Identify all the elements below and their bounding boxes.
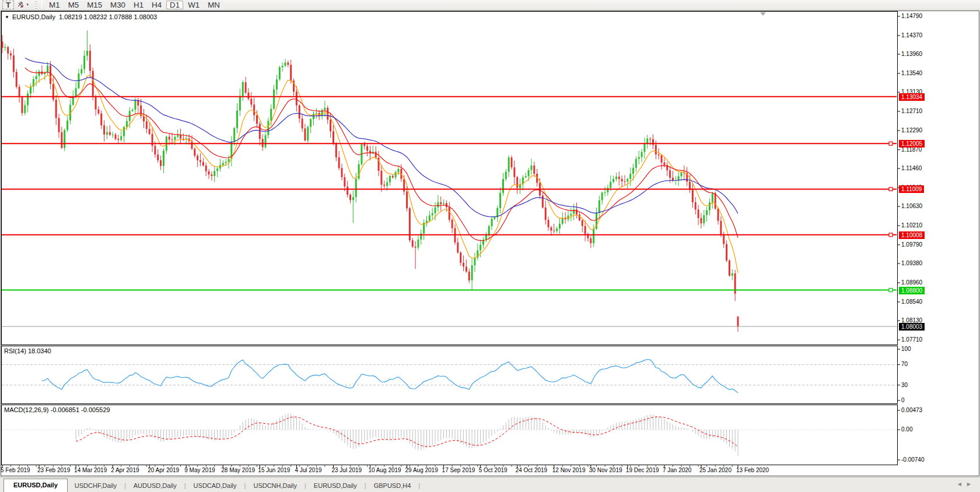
- date-tick: 4 Jul 2019: [295, 467, 321, 473]
- date-tick: 15 Jun 2019: [258, 467, 290, 473]
- date-tick: 19 Dec 2019: [626, 467, 659, 473]
- date-tick: 28 May 2019: [221, 467, 255, 473]
- date-tick: 13 Feb 2020: [736, 467, 769, 473]
- rsi-tick: 0: [901, 397, 905, 403]
- chart-title-ohlc: 1.08219 1.08232 1.07888 1.08003: [59, 13, 157, 20]
- price-tick: 1.12290: [901, 127, 922, 133]
- macd-tick: 0.00: [901, 426, 912, 433]
- timeframe-buttons: M1M5M15M30H1H4D1W1MN: [45, 1, 224, 9]
- toolbar-grip: [35, 1, 37, 9]
- chart-title-symbol: EURUSD,Daily: [12, 13, 55, 20]
- tab-scroll-left-icon[interactable]: ◀: [958, 482, 967, 487]
- macd-tick: -0.00740: [901, 456, 924, 463]
- date-tick: 2 Apr 2019: [111, 467, 139, 473]
- tab-usdcnh-daily[interactable]: USDCNH,Daily: [246, 480, 304, 492]
- date-tick: 5 Feb 2019: [1, 467, 30, 473]
- chart-tabs: EURUSD,DailyUSDCHF,Daily|AUDUSD,Daily|US…: [0, 478, 421, 492]
- date-tick: 12 Nov 2019: [552, 467, 586, 473]
- date-tick: 30 Nov 2019: [589, 467, 622, 473]
- date-tick: 5 Oct 2019: [479, 467, 508, 473]
- timeframe-mn[interactable]: MN: [204, 1, 223, 9]
- price-tick: 1.10210: [901, 222, 922, 229]
- swap-arrows-button[interactable]: ▼: [15, 1, 31, 9]
- window-menu-icon[interactable]: ▼: [5, 15, 9, 20]
- time-axis: 5 Feb 201923 Feb 201914 Mar 20192 Apr 20…: [0, 466, 980, 475]
- price-tick: 1.13960: [901, 51, 922, 57]
- date-tick: 23 Jul 2019: [331, 467, 362, 473]
- timeframe-m5[interactable]: M5: [65, 1, 83, 9]
- rsi-tick: 70: [901, 361, 908, 367]
- date-tick: 9 May 2019: [184, 467, 215, 473]
- level-price-badge: 1.12005: [899, 140, 925, 147]
- price-tick: 1.12710: [901, 108, 922, 114]
- timeframe-h4[interactable]: H4: [148, 1, 165, 9]
- price-tick: 1.13540: [901, 70, 922, 76]
- toolbar-separator: [41, 1, 42, 9]
- rsi-pane[interactable]: [1, 346, 898, 404]
- rsi-tick: 100: [901, 346, 911, 352]
- timeframe-m30[interactable]: M30: [107, 1, 129, 9]
- level-price-badge: 1.08800: [899, 287, 925, 294]
- price-pane[interactable]: [1, 11, 898, 345]
- date-tick: 29 Aug 2019: [405, 467, 438, 473]
- date-tick: 7 Jan 2020: [663, 467, 692, 473]
- tab-gbpusd-h4[interactable]: GBPUSD,H4: [367, 480, 418, 492]
- rsi-label: RSI(14) 18.0340: [4, 347, 51, 354]
- timeframe-d1[interactable]: D1: [166, 1, 183, 9]
- date-tick: 17 Sep 2019: [442, 467, 475, 473]
- price-tick: 1.10630: [901, 203, 922, 209]
- level-price-badge: 1.11009: [899, 185, 924, 193]
- text-tool-button[interactable]: T: [2, 1, 14, 9]
- timeframe-h1[interactable]: H1: [130, 1, 147, 9]
- price-tick: 1.14370: [901, 32, 922, 38]
- current-price-badge: 1.08003: [899, 323, 925, 331]
- tab-usdcad-daily[interactable]: USDCAD,Daily: [187, 480, 244, 492]
- chart-shift-marker[interactable]: [760, 12, 766, 16]
- tab-usdchf-daily[interactable]: USDCHF,Daily: [68, 480, 124, 492]
- date-tick: 10 Aug 2019: [369, 467, 401, 473]
- timeframe-m1[interactable]: M1: [46, 1, 64, 9]
- macd-label: MACD(12,26,9) -0.006851 -0.005529: [4, 406, 110, 413]
- date-tick: 20 Apr 2019: [148, 467, 179, 473]
- chart-title: ▼EURUSD,Daily 1.08219 1.08232 1.07888 1.…: [5, 13, 157, 20]
- price-tick: 1.07710: [901, 336, 922, 343]
- macd-pane[interactable]: [1, 405, 898, 465]
- tab-scroll-arrows: ◀▶: [958, 482, 977, 487]
- price-tick: 1.14790: [901, 13, 922, 19]
- date-tick: 14 Mar 2019: [74, 467, 107, 473]
- date-tick: 23 Feb 2019: [37, 467, 70, 473]
- tab-scroll-right-icon[interactable]: ▶: [967, 482, 977, 487]
- timeframe-w1[interactable]: W1: [184, 1, 203, 9]
- price-tick: 1.08540: [901, 298, 922, 305]
- tab-eurusd-daily[interactable]: EURUSD,Daily: [307, 480, 364, 492]
- level-price-badge: 1.10008: [899, 231, 925, 239]
- chart-tab-bar: EURUSD,DailyUSDCHF,Daily|AUDUSD,Daily|US…: [0, 477, 980, 492]
- price-axis: 1.147901.143701.139601.135401.131301.127…: [898, 11, 980, 475]
- dropdown-caret-icon[interactable]: ▼: [26, 3, 29, 6]
- macd-tick: 0.00473: [901, 407, 922, 413]
- price-tick: 1.09380: [901, 260, 922, 266]
- timeframe-m15[interactable]: M15: [83, 1, 106, 9]
- swap-arrows-icon: [17, 1, 24, 8]
- date-tick: 24 Oct 2019: [516, 467, 547, 473]
- price-tick: 1.08960: [901, 279, 922, 286]
- tab-audusd-daily[interactable]: AUDUSD,Daily: [127, 480, 184, 492]
- price-tick: 1.11460: [901, 165, 922, 171]
- rsi-tick: 30: [901, 382, 908, 388]
- tab-separator: |: [418, 480, 421, 492]
- toolbar: T ▼ M1M5M15M30H1H4D1W1MN: [0, 0, 980, 10]
- tab-eurusd-daily[interactable]: EURUSD,Daily: [4, 479, 68, 492]
- date-tick: 25 Jan 2020: [699, 467, 732, 473]
- price-tick: 1.09790: [901, 241, 922, 248]
- level-price-badge: 1.13034: [899, 93, 925, 101]
